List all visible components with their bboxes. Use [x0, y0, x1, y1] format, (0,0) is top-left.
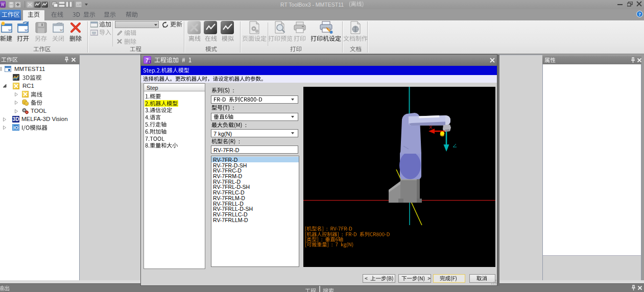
svg-text:IO: IO	[13, 125, 18, 130]
svg-text:w: w	[25, 27, 28, 32]
svg-text:w: w	[60, 27, 63, 32]
svg-text:3D: 3D	[13, 116, 19, 122]
svg-text:?: ?	[638, 12, 641, 17]
svg-text:w: w	[8, 27, 11, 32]
svg-text:R: R	[2, 3, 5, 7]
